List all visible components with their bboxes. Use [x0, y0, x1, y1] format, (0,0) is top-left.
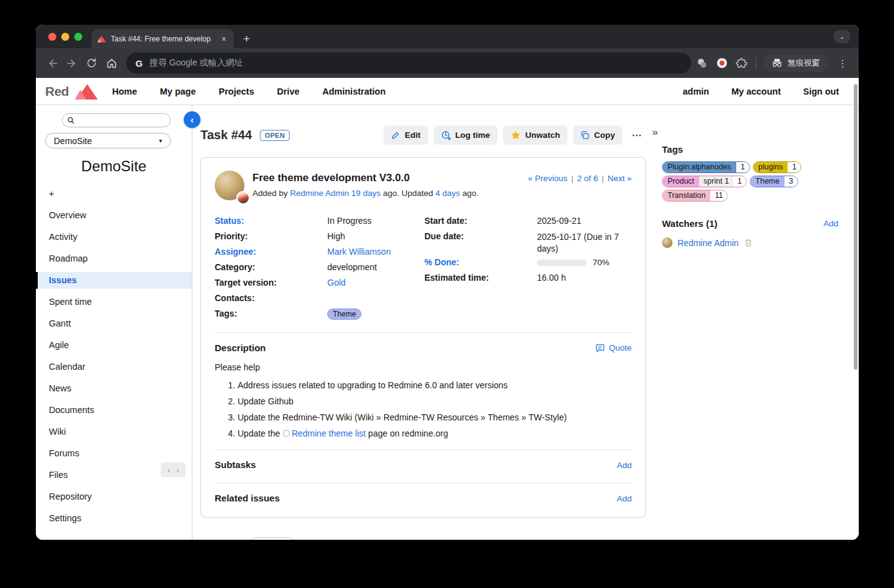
- sidebar-item-issues[interactable]: Issues: [36, 272, 192, 289]
- sidebar-item-spent-time[interactable]: Spent time: [36, 294, 192, 310]
- browser-tab[interactable]: Task #44: Free theme develop ×: [92, 29, 234, 48]
- close-window-button[interactable]: [48, 33, 56, 41]
- tag-plugins[interactable]: plugins1: [753, 161, 802, 173]
- chrome-menu-icon[interactable]: ⋮: [835, 58, 850, 69]
- nav-drive[interactable]: Drive: [277, 87, 299, 96]
- tab-history[interactable]: History: [208, 539, 251, 540]
- tab-search-button[interactable]: ⌄: [833, 30, 851, 43]
- edit-button[interactable]: Edit: [384, 126, 428, 145]
- tags-label: Tags:: [215, 306, 327, 322]
- sidebar-item-documents[interactable]: Documents: [36, 402, 192, 419]
- sidebar-item-add[interactable]: +: [36, 185, 192, 202]
- nav-my-page[interactable]: My page: [160, 87, 196, 96]
- sidebar-item-roadmap[interactable]: Roadmap: [36, 250, 192, 267]
- panel-collapse-icon[interactable]: »: [652, 126, 838, 138]
- sidebar-item-calendar[interactable]: Calendar: [36, 359, 192, 375]
- tag-translation[interactable]: Translation11: [662, 190, 728, 202]
- nav-projects[interactable]: Projects: [219, 87, 254, 96]
- pager-prev-icon[interactable]: ‹: [168, 466, 170, 475]
- issue-counter-link[interactable]: 2 of 6: [577, 174, 598, 183]
- copy-icon: [580, 130, 590, 140]
- start-date-label: Start date:: [424, 213, 537, 229]
- project-select[interactable]: DemoSite ▾: [45, 133, 171, 148]
- nav-admin[interactable]: admin: [683, 87, 710, 96]
- start-date-value: 2025-09-21: [537, 213, 582, 229]
- target-version-label: Target version:: [215, 275, 327, 291]
- log-time-button[interactable]: Log time: [434, 126, 497, 145]
- sidebar-item-repository[interactable]: Repository: [36, 488, 192, 505]
- avatar: [215, 171, 244, 200]
- status-label[interactable]: Status:: [215, 213, 327, 229]
- reload-button[interactable]: [82, 53, 101, 73]
- tag-sub-label: sprint 1: [699, 176, 733, 187]
- tag-plugin-alphanodes[interactable]: Plugin:alphanodes1: [662, 161, 750, 173]
- new-tab-button[interactable]: +: [243, 33, 250, 45]
- search-input[interactable]: [62, 113, 171, 127]
- back-button[interactable]: [42, 53, 62, 73]
- author-link[interactable]: Redmine Admin 19 days: [290, 189, 380, 198]
- sidebar-pager: ‹ ›: [161, 462, 186, 477]
- nav-my-account[interactable]: My account: [731, 87, 781, 96]
- sidebar-item-news[interactable]: News: [36, 380, 192, 397]
- incognito-label: 無痕視窗: [788, 58, 820, 69]
- sidebar-item-activity[interactable]: Activity: [36, 229, 192, 245]
- tab-title: Task #44: Free theme develop: [111, 35, 215, 43]
- sidebar-item-gantt[interactable]: Gantt: [36, 315, 192, 332]
- target-version-link[interactable]: Gold: [327, 275, 346, 291]
- sidebar-item-agile[interactable]: Agile: [36, 337, 192, 354]
- next-issue-link[interactable]: Next »: [608, 174, 632, 183]
- google-logo-icon: G: [135, 58, 143, 69]
- nav-sign-out[interactable]: Sign out: [803, 87, 839, 96]
- delete-watcher-trash-icon[interactable]: [744, 238, 753, 247]
- unwatch-button[interactable]: Unwatch: [503, 126, 567, 145]
- tab-notes[interactable]: Notes: [251, 537, 293, 540]
- assignee-value-link[interactable]: Mark Williamson: [327, 244, 391, 260]
- assignee-label[interactable]: Assignee:: [215, 244, 327, 260]
- maximize-window-button[interactable]: [74, 33, 82, 41]
- sidebar-item-overview[interactable]: Overview: [36, 207, 192, 224]
- redmine-theme-list-link[interactable]: Redmine theme list: [291, 428, 366, 438]
- due-date-label: Due date:: [424, 229, 537, 255]
- tag-product-sprint1[interactable]: Productsprint 11: [662, 176, 747, 187]
- pager-next-icon[interactable]: ›: [176, 466, 179, 475]
- watchers-title: Watchers (1): [662, 218, 717, 229]
- copy-button[interactable]: Copy: [573, 126, 622, 145]
- done-label[interactable]: % Done:: [424, 255, 537, 270]
- redmine-logo[interactable]: Red: [45, 83, 98, 100]
- sidebar-item-settings[interactable]: Settings: [36, 510, 192, 527]
- extensions-puzzle-icon[interactable]: [736, 57, 748, 69]
- task-header: Task #44 OPEN Edit Log time: [200, 126, 646, 145]
- issue-card-header: Free theme development V3.0.0 Added by R…: [215, 171, 632, 200]
- sidebar-item-wiki[interactable]: Wiki: [36, 424, 192, 440]
- page-scrollbar[interactable]: [854, 84, 857, 370]
- site-header: Red Home My page Projects Drive Administ…: [36, 78, 859, 105]
- sidebar-item-forums[interactable]: Forums: [36, 445, 192, 462]
- incognito-badge[interactable]: 無痕視窗: [763, 54, 828, 72]
- tab-close-icon[interactable]: ×: [220, 34, 228, 44]
- more-actions-button[interactable]: ⋯: [628, 129, 646, 141]
- tab-property-changes[interactable]: Property changes: [293, 539, 376, 540]
- forward-button[interactable]: [62, 53, 82, 73]
- description-item: Update the Redmine theme list page on re…: [238, 428, 632, 439]
- previous-issue-link[interactable]: « Previous: [528, 174, 567, 183]
- sidebar-divider: ‹: [192, 105, 192, 540]
- add-subtask-link[interactable]: Add: [617, 461, 632, 470]
- updated-link[interactable]: 4 days: [436, 189, 460, 198]
- watcher-row: Redmine Admin: [662, 237, 838, 248]
- quote-link[interactable]: Quote: [595, 343, 632, 353]
- add-related-issue-link[interactable]: Add: [617, 494, 632, 503]
- watcher-name-link[interactable]: Redmine Admin: [677, 238, 739, 248]
- theme-tag-chip[interactable]: Theme: [327, 309, 361, 320]
- page: Red Home My page Projects Drive Administ…: [36, 78, 859, 540]
- nav-administration[interactable]: Administration: [322, 87, 385, 96]
- minimize-window-button[interactable]: [61, 33, 69, 41]
- sidebar-collapse-button[interactable]: ‹: [184, 111, 200, 128]
- nav-home[interactable]: Home: [112, 87, 137, 96]
- add-watcher-link[interactable]: Add: [823, 219, 838, 228]
- address-bar[interactable]: G 搜尋 Google 或輸入網址: [126, 53, 691, 74]
- watchers-header: Watchers (1) Add: [662, 218, 838, 229]
- home-button[interactable]: [101, 53, 121, 73]
- tag-theme[interactable]: Theme3: [750, 176, 798, 187]
- extension-blob-icon[interactable]: [696, 57, 708, 69]
- record-extension-icon[interactable]: [716, 57, 728, 69]
